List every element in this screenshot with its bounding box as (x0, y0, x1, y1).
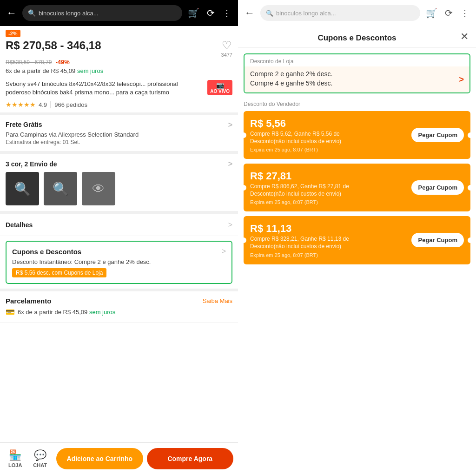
frete-detail: Para Campinas via Aliexpress Selection S… (6, 131, 232, 138)
buy-now-button[interactable]: Compre Agora (147, 448, 233, 469)
desconto-loja-items: Compre 2 e ganhe 2% desc. Compre 4 e gan… (250, 70, 459, 89)
modal-title: Cupons e Descontos (317, 33, 396, 43)
ao-vivo-text: AO VIVO (210, 89, 230, 94)
coupon-expiry-2: Expira em 25 ago, 8:07 (BRT) (250, 199, 407, 205)
coupon-card-2: R$ 27,81 Compre R$ 806,62, Ganhe R$ 27,8… (244, 164, 470, 211)
frete-title: Frete Grátis (6, 121, 42, 129)
more-icon-right[interactable]: ⋮ (458, 6, 471, 20)
modal-close-button[interactable]: ✕ (460, 31, 469, 43)
ao-vivo-badge[interactable]: 📷 AO VIVO (207, 80, 232, 95)
product-title-row: Svbony sv47 binóculos 8x42/10x42/8x32 te… (0, 78, 238, 99)
desconto-loja-label: Desconto de Loja (245, 54, 469, 66)
coupon-desc-3: Compre R$ 328,21, Ganhe R$ 11,13 deDesco… (250, 236, 407, 250)
coupon-card-1: R$ 5,56 Compre R$ 5,62, Ganhe R$ 5,56 de… (244, 111, 470, 159)
bottom-nav-left: 🏪 LOJA 💬 CHAT Adicione ao Carrinho Compr… (0, 442, 238, 474)
product-title: Svbony sv47 binóculos 8x42/10x42/8x32 te… (6, 80, 204, 97)
pegar-cupom-btn-1[interactable]: Pegar Cupom (411, 128, 464, 142)
modal-sheet: Cupons e Descontos ✕ Desconto de Loja Co… (238, 26, 476, 474)
product-content: -2% R$ 270,58 - 346,18 ♡ 3477 R$538,59 -… (0, 26, 238, 474)
desconto-loja-card[interactable]: Desconto de Loja Compre 2 e ganhe 2% des… (244, 53, 470, 93)
loja-label: LOJA (8, 462, 22, 468)
coupon-amount-2: R$ 27,81 (250, 170, 407, 182)
cupons-chevron: > (222, 247, 226, 256)
back-button-right[interactable]: ← (243, 5, 257, 21)
stars: ★★★★★ (6, 101, 36, 108)
pegar-cupom-btn-2[interactable]: Pegar Cupom (411, 180, 464, 195)
cor-img-2[interactable]: 🔍 (44, 172, 77, 205)
detalhes-row[interactable]: Detalhes > (0, 214, 238, 236)
left-panel: ← 🔍 binoculos longo alca... 🛒 ⟳ ⋮ -2% R$… (0, 0, 238, 474)
chat-button[interactable]: 💬 CHAT (29, 449, 51, 468)
coupon-expiry-1: Expira em 25 ago, 8:07 (BRT) (250, 147, 407, 152)
cor-img-1[interactable]: 🔍 (6, 172, 39, 205)
parce-icon-row: 💳 6x de a partir de R$ 45,09 sem juros (6, 308, 232, 316)
old-price-row: R$538,59 - 678,79 -49% (0, 59, 238, 67)
installment-row: 6x de a partir de R$ 45,09 sem juros (0, 67, 238, 78)
credit-card-icon: 💳 (6, 308, 15, 316)
wishlist-col: ♡ 3477 (221, 39, 232, 58)
cart-icon-right[interactable]: 🛒 (424, 6, 439, 20)
pegar-cupom-btn-3[interactable]: Pegar Cupom (411, 233, 464, 247)
desconto-loja-chevron: > (459, 75, 464, 85)
search-text-left: binoculos longo alca... (39, 10, 99, 17)
cor-chevron: > (228, 160, 232, 168)
coupon-amount-3: R$ 11,13 (250, 223, 407, 235)
cupons-desc: Desconto Instantâneo: Compre 2 e ganhe 2… (12, 258, 226, 265)
detalhes-title: Detalhes (6, 221, 33, 229)
price-row: R$ 270,58 - 346,18 ♡ 3477 (0, 37, 238, 59)
top-nav-left: ← 🔍 binoculos longo alca... 🛒 ⟳ ⋮ (0, 0, 238, 26)
rating-row: ★★★★★ 4.9 | 966 pedidos (0, 99, 238, 112)
coupon-left-1: R$ 5,56 Compre R$ 5,62, Ganhe R$ 5,56 de… (250, 118, 407, 152)
cashback-icon-left[interactable]: ⟳ (205, 6, 217, 20)
parce-title-row: Parcelamento Saiba Mais (6, 297, 232, 305)
chat-icon: 💬 (34, 449, 46, 461)
search-icon-right: 🔍 (266, 10, 273, 17)
pedidos: 966 pedidos (54, 101, 87, 108)
search-bar-right[interactable]: 🔍 binoculos longo alca... (260, 5, 420, 21)
saiba-mais[interactable]: Saiba Mais (203, 297, 232, 304)
coupon-card-3: R$ 11,13 Compre R$ 328,21, Ganhe R$ 11,1… (244, 216, 470, 264)
sem-juros: sem juros (77, 67, 103, 74)
back-button[interactable]: ← (5, 5, 19, 21)
wishlist-count: 3477 (221, 52, 232, 58)
frete-title-row: Frete Grátis > (6, 121, 232, 129)
parce-installment-text: 6x de a partir de R$ 45,09 sem juros (18, 309, 115, 316)
parce-sem-juros: sem juros (89, 309, 115, 316)
coupon-left-2: R$ 27,81 Compre R$ 806,62, Ganhe R$ 27,8… (250, 170, 407, 205)
cashback-icon-right[interactable]: ⟳ (443, 6, 455, 20)
frete-section: Frete Grátis > Para Campinas via Aliexpr… (0, 115, 238, 151)
parce-title: Parcelamento (6, 297, 51, 305)
heart-icon[interactable]: ♡ (222, 39, 232, 52)
parcelamento-section: Parcelamento Saiba Mais 💳 6x de a partir… (0, 291, 238, 323)
cart-icon-left[interactable]: 🛒 (186, 6, 201, 20)
coupon-desc-1: Compre R$ 5,62, Ganhe R$ 5,56 deDesconto… (250, 131, 407, 145)
loja-button[interactable]: 🏪 LOJA (5, 449, 26, 468)
modal-header: Cupons e Descontos ✕ (238, 26, 476, 48)
coupon-expiry-3: Expira em 25 ago, 8:07 (BRT) (250, 252, 407, 258)
search-bar-left[interactable]: 🔍 binoculos longo alca... (22, 5, 182, 21)
desconto-loja-item-1: Compre 2 e ganhe 2% desc. (250, 70, 459, 78)
add-to-cart-button[interactable]: Adicione ao Carrinho (56, 448, 143, 469)
desconto-loja-item-2: Compre 4 e ganhe 5% desc. (250, 79, 459, 87)
chat-label: CHAT (33, 462, 47, 468)
search-icon-left: 🔍 (28, 9, 36, 17)
cor-section: 3 cor, 2 Envio de > 🔍 🔍 👁 (0, 154, 238, 211)
more-icon-left[interactable]: ⋮ (220, 6, 233, 20)
top-nav-right: ← 🔍 binoculos longo alca... 🛒 ⟳ ⋮ (238, 0, 476, 26)
installment-text: 6x de a partir de R$ 45,09 (6, 67, 75, 74)
rating-num: 4.9 (39, 101, 47, 108)
price-main: R$ 270,58 - 346,18 (6, 39, 101, 52)
frete-chevron: > (228, 121, 232, 129)
modal-body: Desconto de Loja Compre 2 e ganhe 2% des… (238, 48, 476, 276)
cor-img-3[interactable]: 👁 (82, 172, 115, 205)
cupons-section[interactable]: Cupons e Descontos > Desconto Instantâne… (6, 241, 232, 284)
discount-badge: -2% (6, 30, 20, 37)
coupon-desc-2: Compre R$ 806,62, Ganhe R$ 27,81 deDesco… (250, 183, 407, 198)
coupon-amount-1: R$ 5,56 (250, 118, 407, 130)
store-icon: 🏪 (9, 449, 21, 461)
discount-pct: -49% (55, 59, 69, 66)
search-text-right: binoculos longo alca... (276, 10, 336, 17)
cor-title-row: 3 cor, 2 Envio de > (6, 160, 232, 168)
discount-badge-row: -2% (0, 26, 238, 37)
cor-images: 🔍 🔍 👁 (6, 172, 232, 205)
